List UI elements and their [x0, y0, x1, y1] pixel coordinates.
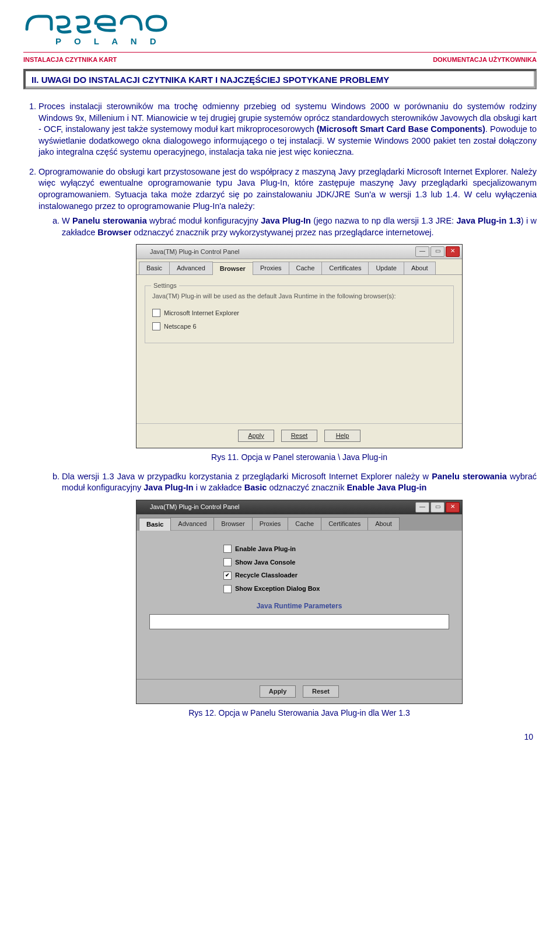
- tab-proxies[interactable]: Proxies: [253, 262, 289, 274]
- maximize-button[interactable]: ▭: [430, 502, 444, 513]
- figure-caption-11: Rys 11. Opcja w Panel sterowania \ Java …: [62, 452, 537, 463]
- checkbox-label: Show Java Console: [235, 558, 295, 567]
- checkbox-row: Show Exception Dialog Box: [223, 584, 375, 593]
- param-label: Java Runtime Parameters: [145, 601, 454, 611]
- page-number: 10: [23, 732, 537, 741]
- sub-item-a: W Panelu sterowania wybrać moduł konfigu…: [62, 215, 537, 463]
- checkbox-label: Enable Java Plug-in: [235, 545, 296, 553]
- apply-button[interactable]: Apply: [238, 430, 274, 442]
- logo-subtext: P O L A N D: [55, 36, 537, 46]
- tab-about[interactable]: About: [368, 517, 400, 530]
- tab-cache[interactable]: Cache: [288, 517, 321, 530]
- tab-certificates[interactable]: Certificates: [321, 262, 369, 274]
- reset-button[interactable]: Reset: [303, 685, 339, 698]
- logo: P O L A N D: [23, 12, 537, 46]
- minimize-button[interactable]: —: [415, 246, 429, 257]
- checkbox[interactable]: [223, 572, 232, 580]
- checkbox[interactable]: [223, 558, 232, 566]
- tab-advanced[interactable]: Advanced: [169, 262, 213, 274]
- java-icon: [139, 248, 147, 256]
- maximize-button[interactable]: ▭: [430, 246, 444, 257]
- minimize-button[interactable]: —: [415, 502, 429, 513]
- help-button[interactable]: Help: [324, 430, 360, 442]
- tab-cache[interactable]: Cache: [289, 262, 323, 274]
- window-title: Java(TM) Plug-in Control Panel: [150, 248, 239, 256]
- checkbox-label: Microsoft Internet Explorer: [164, 309, 239, 318]
- list-item-2: Oprogramowanie do obsługi kart przystoso…: [38, 166, 537, 719]
- settings-legend: Settings: [151, 281, 179, 290]
- java-plugin-window-2: Java(TM) Plug-in Control Panel — ▭ ✕ Bas…: [136, 500, 463, 704]
- java-plugin-window-1: Java(TM) Plug-in Control Panel — ▭ ✕ Bas…: [136, 244, 463, 448]
- header-right: DOKUMENTACJA UŻYTKOWNIKA: [433, 56, 537, 63]
- checkbox-row: Microsoft Internet Explorer: [152, 309, 446, 318]
- divider: [23, 52, 537, 53]
- param-input[interactable]: [149, 614, 450, 629]
- header-left: INSTALACJA CZYTNIKA KART: [23, 56, 117, 63]
- java-icon: [139, 503, 147, 511]
- sub-item-b: Dla wersji 1.3 Java w przypadku korzysta…: [62, 471, 537, 719]
- checkbox[interactable]: [152, 322, 160, 330]
- checkbox-row: Show Java Console: [223, 558, 375, 567]
- checkbox-row: Netscape 6: [152, 322, 446, 331]
- tab-advanced[interactable]: Advanced: [170, 517, 214, 530]
- tab-browser[interactable]: Browser: [212, 262, 253, 275]
- tab-about[interactable]: About: [404, 262, 436, 274]
- checkbox-label: Recycle Classloader: [235, 571, 298, 580]
- checkbox-row: Recycle Classloader: [223, 571, 375, 580]
- tab-proxies[interactable]: Proxies: [252, 517, 289, 530]
- tab-basic[interactable]: Basic: [139, 518, 171, 531]
- figure-caption-12: Rys 12. Opcja w Panelu Sterowania Java P…: [62, 708, 537, 719]
- close-button[interactable]: ✕: [446, 502, 460, 513]
- section-title: II. UWAGI DO INSTALACJI CZYTNIKA KART I …: [23, 69, 537, 89]
- close-button[interactable]: ✕: [446, 246, 460, 257]
- apply-button[interactable]: Apply: [260, 685, 296, 698]
- checkbox-row: Enable Java Plug-in: [223, 545, 375, 553]
- tab-browser[interactable]: Browser: [214, 517, 252, 530]
- tab-basic[interactable]: Basic: [139, 262, 170, 274]
- settings-description: Java(TM) Plug-in will be used as the def…: [152, 292, 446, 301]
- tab-certificates[interactable]: Certificates: [321, 517, 368, 530]
- list-item-1: Proces instalacji sterowników ma trochę …: [38, 101, 537, 158]
- tab-update[interactable]: Update: [368, 262, 404, 274]
- checkbox-label: Show Exception Dialog Box: [235, 584, 320, 593]
- reset-button[interactable]: Reset: [281, 430, 317, 442]
- checkbox[interactable]: [223, 585, 232, 593]
- checkbox[interactable]: [223, 545, 232, 553]
- checkbox-label: Netscape 6: [164, 322, 197, 331]
- checkbox[interactable]: [152, 309, 160, 317]
- window-title: Java(TM) Plug-in Control Panel: [150, 503, 239, 511]
